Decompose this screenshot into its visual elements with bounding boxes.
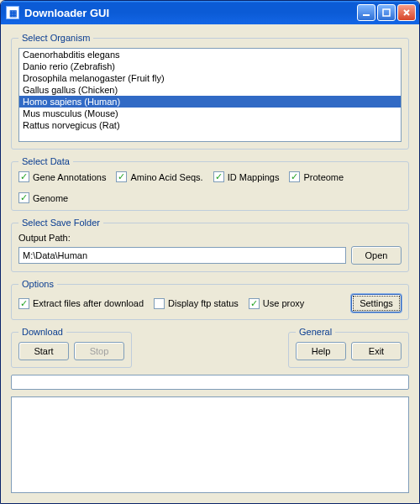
maximize-button[interactable] [377, 4, 396, 21]
checkbox-label: ID Mappings [228, 172, 280, 182]
checkbox-icon: ✓ [116, 171, 127, 182]
download-legend: Download [18, 327, 66, 337]
close-button[interactable] [397, 4, 416, 21]
organism-listbox[interactable]: Caenorhabditis elegansDanio rerio (Zebra… [18, 48, 402, 142]
svg-rect-1 [383, 9, 390, 16]
content-area: Select Organism Caenorhabditis elegansDa… [1, 24, 419, 503]
start-button[interactable]: Start [18, 342, 69, 360]
checkbox-label: Genome [33, 193, 68, 203]
exit-button[interactable]: Exit [351, 342, 402, 360]
download-group: Download Start Stop [11, 327, 132, 368]
organism-group: Select Organism Caenorhabditis elegansDa… [11, 33, 409, 150]
ftp-label: Display ftp status [168, 298, 239, 308]
data-checkbox[interactable]: ✓Genome [18, 192, 68, 203]
organism-item[interactable]: Danio rerio (Zebrafish) [19, 60, 401, 72]
organism-item[interactable]: Mus musculus (Mouse) [19, 108, 401, 119]
checkbox-icon: ✓ [289, 171, 300, 182]
options-group: Options ✓ Extract files after download D… [11, 279, 409, 320]
settings-button[interactable]: Settings [351, 294, 402, 312]
organism-legend: Select Organism [18, 33, 93, 43]
organism-item[interactable]: Homo sapiens (Human) [19, 96, 401, 108]
progress-bar [11, 375, 409, 390]
save-group: Select Save Folder Output Path: Open [11, 218, 409, 272]
data-checkbox[interactable]: ✓Gene Annotations [18, 171, 106, 182]
checkbox-icon: ✓ [249, 298, 260, 309]
data-check-row: ✓Gene Annotations✓Amino Acid Seqs.✓ID Ma… [18, 171, 402, 203]
data-checkbox[interactable]: ✓ID Mappings [213, 171, 280, 182]
stop-button[interactable]: Stop [74, 342, 124, 360]
checkbox-label: Proteome [303, 172, 344, 182]
checkbox-icon: ✓ [213, 171, 224, 182]
checkbox-icon: ✓ [18, 298, 29, 309]
organism-item[interactable]: Rattus norvegicus (Rat) [19, 119, 401, 131]
app-window: ▦ Downloader GUI Select Organism Caenorh… [0, 0, 420, 504]
checkbox-icon: ✓ [18, 192, 29, 203]
data-group: Select Data ✓Gene Annotations✓Amino Acid… [11, 156, 409, 211]
checkbox-label: Gene Annotations [33, 172, 106, 182]
data-checkbox[interactable]: ✓Amino Acid Seqs. [116, 171, 202, 182]
log-output [11, 396, 409, 493]
organism-item[interactable]: Caenorhabditis elegans [19, 49, 401, 60]
output-path-label: Output Path: [18, 233, 402, 243]
titlebar: ▦ Downloader GUI [1, 1, 419, 24]
checkbox-icon: ✓ [18, 171, 29, 182]
options-legend: Options [18, 279, 57, 289]
proxy-label: Use proxy [263, 298, 305, 308]
save-legend: Select Save Folder [18, 218, 103, 228]
checkbox-icon [154, 298, 165, 309]
organism-item[interactable]: Gallus gallus (Chicken) [19, 84, 401, 96]
data-legend: Select Data [18, 156, 73, 166]
window-buttons [357, 4, 416, 21]
general-group: General Help Exit [288, 327, 409, 368]
extract-checkbox[interactable]: ✓ Extract files after download [18, 298, 144, 309]
spacer [140, 327, 280, 368]
general-legend: General [296, 327, 335, 337]
extract-label: Extract files after download [33, 298, 144, 308]
window-title: Downloader GUI [24, 7, 357, 19]
action-row: Download Start Stop General Help Exit [11, 327, 409, 368]
ftp-status-checkbox[interactable]: Display ftp status [154, 298, 239, 309]
output-path-input[interactable] [18, 247, 346, 264]
organism-item[interactable]: Drosophila melanogaster (Fruit fly) [19, 72, 401, 84]
open-button[interactable]: Open [351, 246, 402, 265]
svg-rect-0 [363, 14, 370, 16]
app-icon: ▦ [6, 6, 19, 19]
minimize-button[interactable] [357, 4, 375, 21]
help-button[interactable]: Help [296, 342, 346, 360]
data-checkbox[interactable]: ✓Proteome [289, 171, 344, 182]
use-proxy-checkbox[interactable]: ✓ Use proxy [249, 298, 305, 309]
checkbox-label: Amino Acid Seqs. [130, 172, 202, 182]
